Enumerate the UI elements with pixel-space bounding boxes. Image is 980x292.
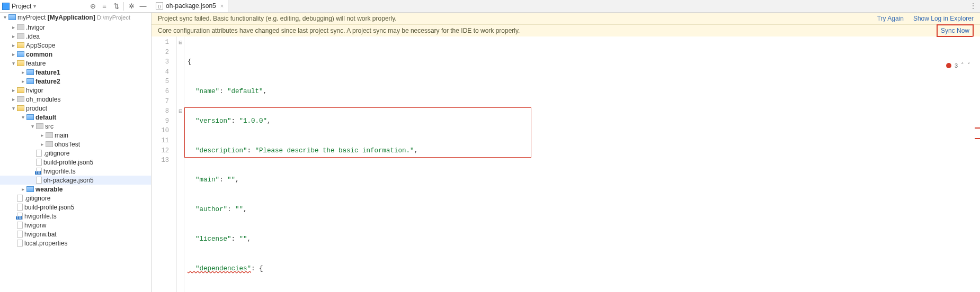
tree-node[interactable]: ▸.gitignore (0, 194, 151, 203)
tree-node[interactable]: ▸build-profile.json5 (0, 203, 151, 212)
project-label: Project (12, 3, 31, 10)
error-icon (946, 63, 951, 68)
folder-icon (17, 60, 24, 66)
folder-icon (17, 33, 24, 39)
close-icon[interactable]: × (219, 3, 224, 9)
ts-file-icon (17, 213, 23, 220)
tree-node[interactable]: ▸oh_modules (0, 95, 151, 104)
line-number-gutter: 123 456 789 101112 13 (152, 36, 177, 292)
error-count: 3 (955, 62, 958, 69)
file-icon (17, 231, 23, 238)
folder-icon (17, 87, 24, 93)
tree-node[interactable]: ▸hvigorfile.ts (0, 167, 151, 176)
ts-file-icon (36, 168, 42, 175)
tree-node[interactable]: ▸common (0, 50, 151, 59)
tree-node[interactable]: ▾feature (0, 59, 151, 68)
file-icon (17, 195, 23, 202)
tree-label: myProject (17, 14, 46, 21)
json-file-icon (156, 2, 163, 10)
tree-node[interactable]: ▸hvigor (0, 86, 151, 95)
project-selector[interactable]: Project ▾ ⊕ ≡ ⇅ ✲ — (0, 1, 152, 12)
tree-node[interactable]: ▸.gitignore (0, 149, 151, 158)
folder-icon (17, 96, 24, 102)
target-icon[interactable]: ⊕ (87, 1, 98, 12)
folder-icon (46, 141, 53, 147)
tree-app-name: [MyApplication] (48, 14, 95, 21)
banner-text: Core configuration attributes have chang… (158, 27, 520, 34)
tree-node[interactable]: ▸feature2 (0, 77, 151, 86)
sync-failed-banner: Project sync failed. Basic functionality… (152, 13, 980, 25)
try-again-link[interactable]: Try Again (877, 15, 904, 22)
json-file-icon (36, 159, 42, 166)
tree-node[interactable]: ▸hvigorw (0, 221, 151, 230)
module-folder-icon (26, 186, 34, 192)
file-icon (17, 222, 23, 229)
tree-node[interactable]: ▸build-profile.json5 (0, 158, 151, 167)
tree-node[interactable]: ▸main (0, 131, 151, 140)
tree-path: D:\myProject (97, 14, 130, 21)
chevron-down-icon: ▾ (33, 3, 36, 9)
folder-icon (17, 105, 24, 111)
tree-root[interactable]: ▾ myProject [MyApplication] D:\myProject (0, 13, 151, 22)
error-stripe[interactable] (973, 36, 980, 292)
tree-node[interactable]: ▾default (0, 113, 151, 122)
tree-node[interactable]: ▸local.properties (0, 239, 151, 248)
code-editor[interactable]: 123 456 789 101112 13 ⊟ ⊟ { "name": "def… (152, 36, 980, 292)
json-file-icon (17, 204, 23, 211)
tree-node[interactable]: ▸.hvigor (0, 23, 151, 32)
module-icon (8, 14, 16, 20)
config-changed-banner: Core configuration attributes have chang… (152, 25, 980, 36)
tree-node[interactable]: ▾src (0, 122, 151, 131)
tree-node[interactable]: ▸AppScope (0, 41, 151, 50)
folder-icon (17, 42, 24, 48)
sync-now-link[interactable]: Sync Now (937, 24, 974, 37)
banner-text: Project sync failed. Basic functionality… (158, 15, 397, 22)
fold-gutter[interactable]: ⊟ ⊟ (177, 36, 184, 292)
tree-node[interactable]: ▸.idea (0, 32, 151, 41)
module-folder-icon (17, 51, 24, 57)
project-icon (2, 3, 10, 10)
tab-label: oh-package.json5 (166, 2, 216, 10)
module-folder-icon (26, 78, 34, 84)
module-folder-icon (26, 69, 34, 75)
code-content[interactable]: { "name": "default", "version": "1.0.0",… (184, 36, 973, 292)
json-file-icon (36, 177, 42, 184)
tree-node[interactable]: ▸hvigorfile.ts (0, 212, 151, 221)
sort-icon[interactable]: ≡ (99, 1, 110, 12)
chevron-down-icon[interactable]: ˅ (967, 62, 970, 69)
editor-tab[interactable]: oh-package.json5 × (152, 0, 228, 12)
hide-icon[interactable]: — (138, 1, 148, 12)
tree-node-selected[interactable]: ▸oh-package.json5 (0, 176, 151, 185)
tree-node[interactable]: ▸wearable (0, 185, 151, 194)
more-icon[interactable]: ⋮ (969, 2, 980, 10)
show-log-link[interactable]: Show Log in Explorer (913, 15, 974, 22)
chevron-up-icon[interactable]: ˄ (961, 62, 964, 69)
tree-node[interactable]: ▸hvigorw.bat (0, 230, 151, 239)
file-icon (36, 150, 42, 157)
tree-node[interactable]: ▸ohosTest (0, 140, 151, 149)
module-folder-icon (26, 114, 34, 120)
folder-icon (46, 132, 53, 138)
project-tree-panel: ▾ myProject [MyApplication] D:\myProject… (0, 13, 152, 292)
tree-node[interactable]: ▾product (0, 104, 151, 113)
tree-node[interactable]: ▸feature1 (0, 68, 151, 77)
gear-icon[interactable]: ✲ (126, 1, 137, 12)
folder-icon (36, 123, 43, 129)
file-icon (17, 240, 23, 247)
folder-icon (17, 24, 24, 30)
problems-indicator[interactable]: 3 ˄ ˅ (946, 62, 970, 69)
filter-icon[interactable]: ⇅ (111, 1, 121, 12)
